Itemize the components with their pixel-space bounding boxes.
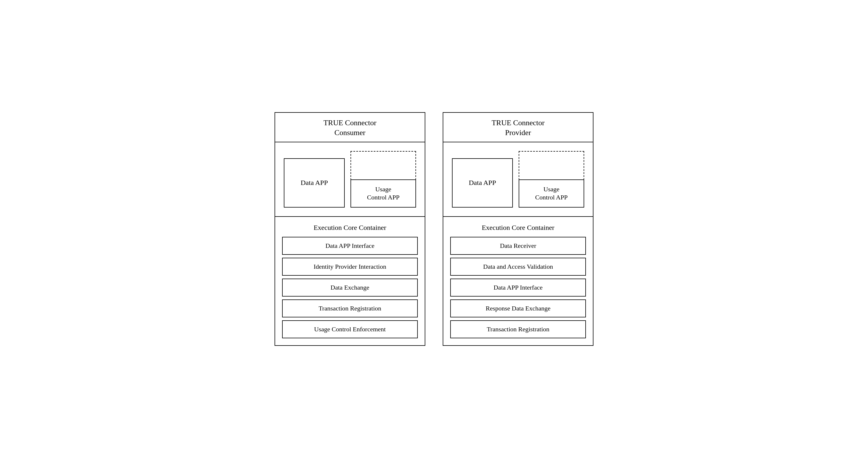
- provider-module-1: Data Receiver: [450, 237, 586, 255]
- consumer-usage-control-box: UsageControl APP: [350, 179, 416, 208]
- provider-usage-control-label: UsageControl APP: [535, 185, 568, 201]
- consumer-title: TRUE ConnectorConsumer: [275, 113, 425, 142]
- consumer-top-section: Data APP UsageControl APP: [275, 142, 425, 217]
- provider-module-5: Transaction Registration: [450, 320, 586, 338]
- provider-module-3: Data APP Interface: [450, 279, 586, 297]
- provider-module-2: Data and Access Validation: [450, 258, 586, 276]
- consumer-execution-core-title: Execution Core Container: [282, 224, 418, 232]
- consumer-block: TRUE ConnectorConsumer Data APP UsageCon…: [275, 112, 425, 346]
- consumer-module-1: Data APP Interface: [282, 237, 418, 255]
- consumer-dashed-box: [350, 151, 416, 180]
- consumer-module-5: Usage Control Enforcement: [282, 320, 418, 338]
- provider-execution-core-title: Execution Core Container: [450, 224, 586, 232]
- provider-module-4: Response Data Exchange: [450, 300, 586, 317]
- provider-title: TRUE ConnectorProvider: [443, 113, 593, 142]
- consumer-module-2: Identity Provider Interaction: [282, 258, 418, 276]
- consumer-usage-control-stack: UsageControl APP: [350, 151, 416, 208]
- provider-usage-control-stack: UsageControl APP: [519, 151, 584, 208]
- provider-dashed-box: [519, 151, 584, 180]
- consumer-module-4: Transaction Registration: [282, 300, 418, 317]
- provider-data-app-box: Data APP: [452, 158, 513, 208]
- page-container: TRUE ConnectorConsumer Data APP UsageCon…: [231, 112, 637, 346]
- provider-top-section: Data APP UsageControl APP: [443, 142, 593, 217]
- consumer-usage-control-label: UsageControl APP: [367, 185, 400, 201]
- provider-execution-core: Execution Core Container Data Receiver D…: [443, 217, 593, 345]
- provider-block: TRUE ConnectorProvider Data APP UsageCon…: [443, 112, 593, 346]
- consumer-execution-core: Execution Core Container Data APP Interf…: [275, 217, 425, 345]
- consumer-data-app-label: Data APP: [301, 179, 328, 187]
- provider-usage-control-box: UsageControl APP: [519, 179, 584, 208]
- consumer-data-app-box: Data APP: [284, 158, 345, 208]
- consumer-module-3: Data Exchange: [282, 279, 418, 297]
- provider-data-app-label: Data APP: [469, 179, 496, 187]
